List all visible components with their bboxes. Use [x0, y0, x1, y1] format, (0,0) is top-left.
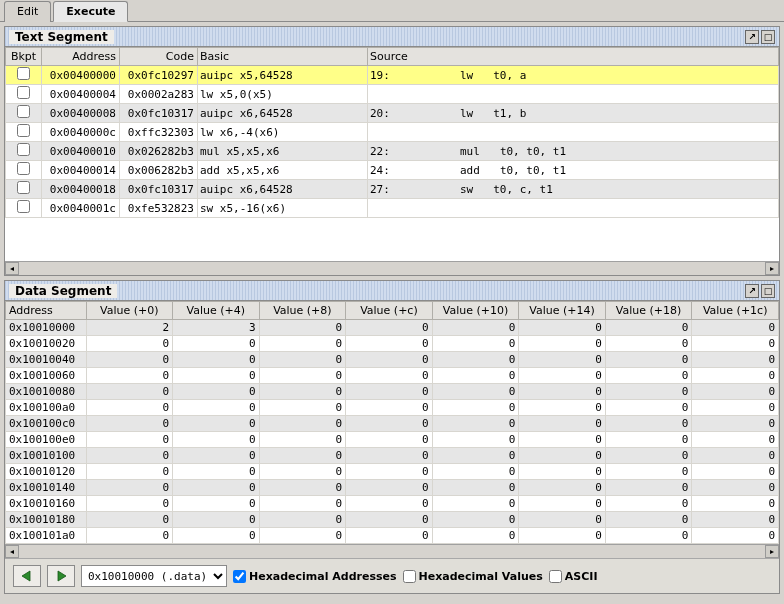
cell-value[interactable]: 0	[259, 480, 346, 496]
cell-value[interactable]: 0	[605, 320, 692, 336]
cell-value[interactable]: 3	[173, 320, 260, 336]
cell-value[interactable]: 0	[605, 480, 692, 496]
cell-value[interactable]: 0	[432, 336, 519, 352]
next-memory-button[interactable]	[47, 565, 75, 587]
scroll-left-icon[interactable]: ◂	[5, 545, 19, 558]
cell-value[interactable]: 0	[432, 400, 519, 416]
col-code[interactable]: Code	[120, 48, 198, 66]
cell-value[interactable]: 0	[346, 480, 433, 496]
cell-value[interactable]: 0	[173, 496, 260, 512]
data-row[interactable]: 0x1001010000000000	[6, 448, 779, 464]
cell-value[interactable]: 0	[692, 416, 779, 432]
cell-value[interactable]: 0	[346, 528, 433, 544]
ascii-option[interactable]: ASCII	[549, 570, 598, 583]
cell-value[interactable]: 0	[432, 384, 519, 400]
cell-value[interactable]: 0	[432, 320, 519, 336]
hex-addresses-option[interactable]: Hexadecimal Addresses	[233, 570, 397, 583]
data-row[interactable]: 0x100101a000000000	[6, 528, 779, 544]
hex-values-checkbox[interactable]	[403, 570, 416, 583]
data-row[interactable]: 0x1001012000000000	[6, 464, 779, 480]
col-address[interactable]: Address	[6, 302, 87, 320]
cell-value[interactable]: 0	[692, 528, 779, 544]
cell-value[interactable]: 0	[86, 448, 173, 464]
cell-value[interactable]: 0	[519, 480, 606, 496]
col-source[interactable]: Source	[368, 48, 779, 66]
data-row[interactable]: 0x100100a000000000	[6, 400, 779, 416]
cell-value[interactable]: 0	[259, 400, 346, 416]
cell-value[interactable]: 0	[519, 528, 606, 544]
cell-value[interactable]: 0	[692, 336, 779, 352]
cell-value[interactable]: 0	[519, 448, 606, 464]
col-value[interactable]: Value (+4)	[173, 302, 260, 320]
detach-icon[interactable]: ↗	[745, 30, 759, 44]
cell-value[interactable]: 0	[173, 352, 260, 368]
data-row[interactable]: 0x100100c000000000	[6, 416, 779, 432]
cell-value[interactable]: 0	[173, 384, 260, 400]
text-row[interactable]: 0x0040000c0xffc32303lw x6,-4(x6)	[6, 123, 779, 142]
cell-value[interactable]: 0	[692, 464, 779, 480]
cell-value[interactable]: 0	[605, 512, 692, 528]
cell-value[interactable]: 0	[692, 512, 779, 528]
scroll-right-icon[interactable]: ▸	[765, 262, 779, 275]
cell-value[interactable]: 0	[259, 336, 346, 352]
cell-value[interactable]: 0	[432, 512, 519, 528]
cell-value[interactable]: 0	[346, 512, 433, 528]
cell-value[interactable]: 0	[259, 320, 346, 336]
cell-value[interactable]: 0	[173, 448, 260, 464]
cell-value[interactable]: 0	[519, 368, 606, 384]
cell-value[interactable]: 0	[346, 496, 433, 512]
cell-value[interactable]: 0	[692, 496, 779, 512]
maximize-icon[interactable]: □	[761, 284, 775, 298]
cell-value[interactable]: 0	[259, 528, 346, 544]
cell-value[interactable]: 0	[259, 496, 346, 512]
cell-value[interactable]: 0	[519, 352, 606, 368]
detach-icon[interactable]: ↗	[745, 284, 759, 298]
cell-value[interactable]: 0	[346, 336, 433, 352]
cell-value[interactable]: 0	[519, 496, 606, 512]
cell-value[interactable]: 0	[692, 432, 779, 448]
cell-value[interactable]: 0	[605, 464, 692, 480]
cell-value[interactable]: 0	[692, 320, 779, 336]
cell-value[interactable]: 0	[346, 400, 433, 416]
cell-value[interactable]: 0	[432, 464, 519, 480]
cell-value[interactable]: 0	[519, 432, 606, 448]
cell-value[interactable]: 0	[432, 416, 519, 432]
breakpoint-checkbox[interactable]	[17, 200, 30, 213]
data-row[interactable]: 0x1001016000000000	[6, 496, 779, 512]
breakpoint-checkbox[interactable]	[17, 181, 30, 194]
hex-values-option[interactable]: Hexadecimal Values	[403, 570, 543, 583]
cell-value[interactable]: 0	[519, 416, 606, 432]
col-basic[interactable]: Basic	[198, 48, 368, 66]
cell-value[interactable]: 0	[173, 480, 260, 496]
data-row[interactable]: 0x100100e000000000	[6, 432, 779, 448]
breakpoint-checkbox[interactable]	[17, 67, 30, 80]
cell-value[interactable]: 0	[173, 416, 260, 432]
data-row[interactable]: 0x1001008000000000	[6, 384, 779, 400]
cell-value[interactable]: 0	[605, 384, 692, 400]
data-row[interactable]: 0x1001000023000000	[6, 320, 779, 336]
cell-value[interactable]: 0	[86, 400, 173, 416]
cell-value[interactable]: 0	[432, 480, 519, 496]
cell-value[interactable]: 0	[86, 496, 173, 512]
col-value[interactable]: Value (+0)	[86, 302, 173, 320]
cell-value[interactable]: 0	[432, 496, 519, 512]
text-row[interactable]: 0x004000080x0fc10317auipc x6,6452820:lwt…	[6, 104, 779, 123]
cell-value[interactable]: 0	[259, 416, 346, 432]
cell-value[interactable]: 0	[173, 512, 260, 528]
cell-value[interactable]: 0	[86, 480, 173, 496]
data-row[interactable]: 0x1001014000000000	[6, 480, 779, 496]
col-bkpt[interactable]: Bkpt	[6, 48, 42, 66]
breakpoint-checkbox[interactable]	[17, 143, 30, 156]
cell-value[interactable]: 0	[86, 368, 173, 384]
text-row[interactable]: 0x004000100x026282b3mul x5,x5,x622:mult0…	[6, 142, 779, 161]
data-hscroll[interactable]: ◂ ▸	[5, 544, 779, 558]
cell-value[interactable]: 0	[86, 416, 173, 432]
col-value[interactable]: Value (+18)	[605, 302, 692, 320]
cell-value[interactable]: 0	[346, 448, 433, 464]
cell-value[interactable]: 0	[86, 384, 173, 400]
cell-value[interactable]: 0	[605, 496, 692, 512]
cell-value[interactable]: 0	[346, 352, 433, 368]
cell-value[interactable]: 0	[605, 352, 692, 368]
cell-value[interactable]: 0	[259, 512, 346, 528]
cell-value[interactable]: 0	[692, 384, 779, 400]
